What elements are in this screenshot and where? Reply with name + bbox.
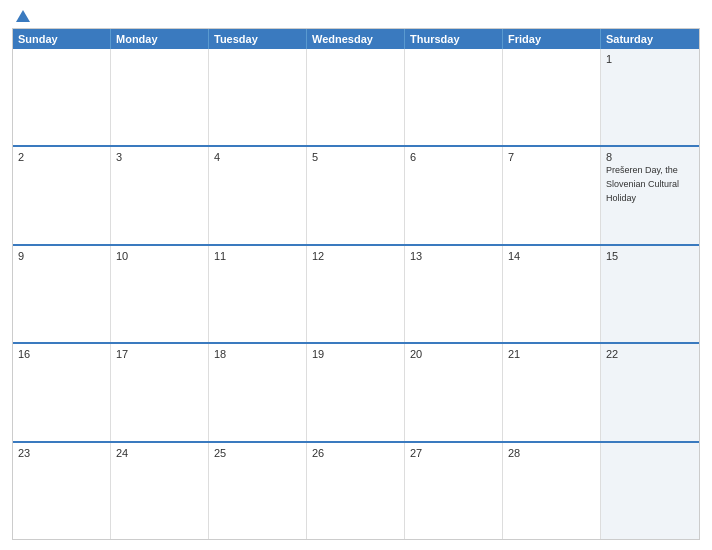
- calendar-cell: 16: [13, 344, 111, 440]
- calendar-cell: 6: [405, 147, 503, 243]
- cell-date: 19: [312, 348, 399, 360]
- cell-event: Prešeren Day, the Slovenian Cultural Hol…: [606, 165, 679, 202]
- day-header-saturday: Saturday: [601, 29, 699, 49]
- cell-date: 17: [116, 348, 203, 360]
- calendar-cell: 7: [503, 147, 601, 243]
- calendar-body: 12345678Prešeren Day, the Slovenian Cult…: [13, 49, 699, 539]
- day-header-friday: Friday: [503, 29, 601, 49]
- calendar-cell: 13: [405, 246, 503, 342]
- cell-date: 27: [410, 447, 497, 459]
- calendar-cell: 14: [503, 246, 601, 342]
- calendar-cell: 24: [111, 443, 209, 539]
- cell-date: 23: [18, 447, 105, 459]
- calendar-week-4: 16171819202122: [13, 342, 699, 440]
- calendar-week-1: 1: [13, 49, 699, 145]
- calendar-cell: 10: [111, 246, 209, 342]
- calendar-cell: 27: [405, 443, 503, 539]
- cell-date: 18: [214, 348, 301, 360]
- day-header-sunday: Sunday: [13, 29, 111, 49]
- calendar-cell: 28: [503, 443, 601, 539]
- calendar-week-3: 9101112131415: [13, 244, 699, 342]
- calendar-cell: 2: [13, 147, 111, 243]
- calendar-cell: 15: [601, 246, 699, 342]
- calendar-page: SundayMondayTuesdayWednesdayThursdayFrid…: [0, 0, 712, 550]
- day-header-wednesday: Wednesday: [307, 29, 405, 49]
- calendar-cell: [307, 49, 405, 145]
- calendar-cell: 12: [307, 246, 405, 342]
- calendar-cell: 9: [13, 246, 111, 342]
- calendar-cell: 18: [209, 344, 307, 440]
- cell-date: 26: [312, 447, 399, 459]
- calendar-cell: 21: [503, 344, 601, 440]
- cell-date: 14: [508, 250, 595, 262]
- cell-date: 21: [508, 348, 595, 360]
- cell-date: 20: [410, 348, 497, 360]
- calendar-week-5: 232425262728: [13, 441, 699, 539]
- calendar-cell: 8Prešeren Day, the Slovenian Cultural Ho…: [601, 147, 699, 243]
- cell-date: 16: [18, 348, 105, 360]
- cell-date: 13: [410, 250, 497, 262]
- logo: [12, 10, 30, 22]
- cell-date: 1: [606, 53, 694, 65]
- calendar-cell: 26: [307, 443, 405, 539]
- cell-date: 3: [116, 151, 203, 163]
- cell-date: 5: [312, 151, 399, 163]
- logo-triangle-icon: [16, 10, 30, 22]
- cell-date: 22: [606, 348, 694, 360]
- cell-date: 4: [214, 151, 301, 163]
- calendar-cell: 3: [111, 147, 209, 243]
- calendar-cell: [13, 49, 111, 145]
- calendar-cell: 5: [307, 147, 405, 243]
- calendar-week-2: 2345678Prešeren Day, the Slovenian Cultu…: [13, 145, 699, 243]
- cell-date: 7: [508, 151, 595, 163]
- cell-date: 6: [410, 151, 497, 163]
- cell-date: 2: [18, 151, 105, 163]
- day-header-tuesday: Tuesday: [209, 29, 307, 49]
- day-header-thursday: Thursday: [405, 29, 503, 49]
- calendar-cell: 22: [601, 344, 699, 440]
- cell-date: 9: [18, 250, 105, 262]
- cell-date: 12: [312, 250, 399, 262]
- day-header-monday: Monday: [111, 29, 209, 49]
- calendar-cell: [601, 443, 699, 539]
- calendar-header: SundayMondayTuesdayWednesdayThursdayFrid…: [13, 29, 699, 49]
- calendar-cell: 23: [13, 443, 111, 539]
- calendar-cell: [111, 49, 209, 145]
- cell-date: 25: [214, 447, 301, 459]
- calendar-cell: 19: [307, 344, 405, 440]
- calendar-cell: 20: [405, 344, 503, 440]
- page-header: [12, 10, 700, 22]
- calendar-cell: 1: [601, 49, 699, 145]
- calendar-grid: SundayMondayTuesdayWednesdayThursdayFrid…: [12, 28, 700, 540]
- cell-date: 28: [508, 447, 595, 459]
- cell-date: 8: [606, 151, 694, 163]
- calendar-cell: 25: [209, 443, 307, 539]
- calendar-cell: [209, 49, 307, 145]
- calendar-cell: 17: [111, 344, 209, 440]
- cell-date: 10: [116, 250, 203, 262]
- calendar-cell: [503, 49, 601, 145]
- cell-date: 11: [214, 250, 301, 262]
- calendar-cell: 4: [209, 147, 307, 243]
- cell-date: 15: [606, 250, 694, 262]
- calendar-cell: [405, 49, 503, 145]
- calendar-cell: 11: [209, 246, 307, 342]
- cell-date: 24: [116, 447, 203, 459]
